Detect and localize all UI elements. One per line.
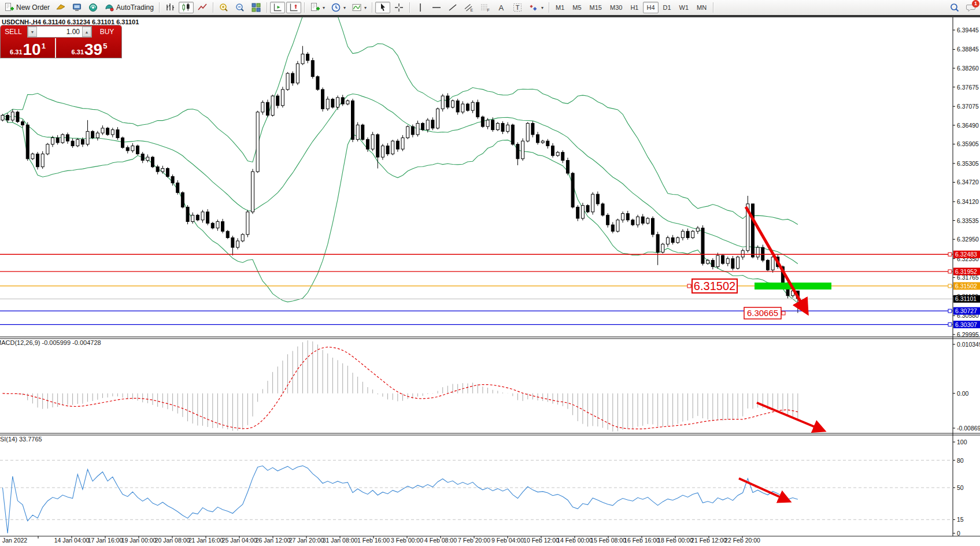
chat-button[interactable]: 1	[963, 2, 978, 13]
candle	[711, 260, 714, 266]
level-line-handle[interactable]	[948, 309, 952, 313]
rsi-axis-tick: 0	[957, 530, 960, 537]
candle-chart-button[interactable]	[179, 2, 194, 13]
timeframe-h1[interactable]: H1	[627, 2, 642, 13]
tile-windows-button[interactable]	[249, 2, 264, 13]
timeframe-mn[interactable]: MN	[693, 2, 710, 13]
time-axis-label: 27 Jan 20:00	[289, 537, 324, 544]
toolbar-separator	[549, 2, 549, 13]
zoom-in-button[interactable]	[216, 2, 231, 13]
volume-down-button[interactable]: ▼	[28, 27, 37, 37]
buy-price-display[interactable]: 6.31 39 5	[57, 38, 121, 58]
candle	[26, 125, 29, 159]
level-line-handle[interactable]	[948, 270, 952, 273]
trend-arrow-macd[interactable]	[757, 403, 823, 430]
timeframe-m1[interactable]: M1	[552, 2, 568, 13]
chart-canvas[interactable]: 6.394456.388456.382606.376756.370756.364…	[0, 16, 980, 546]
candle	[461, 104, 464, 112]
candle	[516, 144, 519, 159]
horizontal-line-button[interactable]	[429, 2, 444, 13]
time-axis-label: 18 Feb 00:00	[657, 537, 693, 544]
trend-arrow-main[interactable]	[746, 207, 807, 312]
timeframe-w1[interactable]: W1	[676, 2, 693, 13]
metaeditor-button[interactable]	[53, 2, 68, 13]
candle	[131, 146, 134, 150]
candle	[106, 128, 109, 135]
timeframe-h4[interactable]: H4	[643, 2, 658, 13]
timeframe-m1-label: M1	[556, 4, 564, 11]
text-button[interactable]: A	[494, 2, 509, 13]
price-badge-label: 6.30307	[955, 321, 977, 328]
sell-price-display[interactable]: 6.31 10 1	[1, 38, 56, 58]
gold-tool-icon	[56, 2, 66, 13]
arrows-button[interactable]: ▾	[526, 2, 546, 13]
trendline-button[interactable]	[445, 2, 460, 13]
level-line-handle[interactable]	[948, 252, 952, 256]
indicators-button[interactable]: ▾	[308, 2, 327, 13]
price-callout-handle[interactable]	[687, 284, 691, 288]
autotrading-button[interactable]: AutoTrading	[102, 2, 156, 13]
candle	[31, 154, 34, 158]
timeframe-m30[interactable]: M30	[607, 2, 626, 13]
dropdown-caret-icon: ▾	[541, 5, 543, 10]
sell-price-pip: 1	[42, 42, 46, 50]
candle	[446, 96, 449, 107]
candle	[76, 139, 79, 146]
signals-button[interactable]	[86, 2, 101, 13]
price-axis-tick: 6.29995	[957, 331, 979, 338]
candle	[741, 251, 744, 257]
vertical-line-button[interactable]	[413, 2, 428, 13]
auto-scroll-button[interactable]	[270, 2, 285, 13]
equidistant-channel-button[interactable]: E	[461, 2, 476, 13]
boxed-t-icon: T	[512, 2, 523, 13]
macd-axis-tick: 0.010349	[957, 341, 980, 348]
timeframe-d1[interactable]: D1	[660, 2, 675, 13]
candle	[406, 127, 409, 138]
rsi-axis-tick: 15	[957, 516, 964, 523]
candle	[441, 96, 444, 109]
svg-text:E: E	[471, 8, 474, 12]
periods-button[interactable]: ▾	[328, 2, 348, 13]
candle	[121, 138, 124, 148]
zoom-out-button[interactable]	[232, 2, 247, 13]
volume-up-button[interactable]: ▲	[82, 27, 91, 37]
candle	[631, 220, 634, 225]
sell-button[interactable]: SELL	[1, 25, 26, 38]
buy-price-prefix: 6.31	[72, 49, 84, 55]
cursor-button[interactable]	[375, 2, 390, 13]
candle	[716, 255, 719, 267]
chat-icon: 1	[966, 2, 976, 13]
candle	[761, 247, 764, 260]
crosshair-button[interactable]	[391, 2, 406, 13]
sell-price-prefix: 6.31	[10, 49, 22, 55]
timeframe-m5[interactable]: M5	[569, 2, 585, 13]
candle	[341, 98, 344, 104]
new-order-button[interactable]: New Order	[2, 2, 52, 13]
templates-button[interactable]: ▾	[349, 2, 369, 13]
trend-arrow-rsi[interactable]	[739, 478, 789, 501]
toolbar-separator	[409, 2, 410, 13]
candle	[156, 167, 159, 172]
market-watch-button[interactable]	[69, 2, 84, 13]
bar-chart-button[interactable]	[162, 2, 177, 13]
chart-shift-button[interactable]	[286, 2, 301, 13]
candle	[226, 231, 229, 237]
candle	[261, 102, 264, 112]
level-line-handle[interactable]	[948, 284, 952, 288]
crosshair-icon	[394, 2, 404, 13]
rsi-axis-tick: 50	[957, 484, 964, 491]
text-label-button[interactable]: T	[510, 2, 525, 13]
time-axis-label: 14 Jan 04:00	[54, 537, 90, 544]
timeframe-m15[interactable]: M15	[586, 2, 605, 13]
search-button[interactable]	[947, 2, 962, 13]
level-line-handle[interactable]	[948, 323, 952, 326]
candle	[707, 260, 709, 263]
candle	[91, 131, 94, 138]
volume-input[interactable]: 1.00	[37, 27, 82, 37]
dropdown-caret-icon: ▾	[323, 5, 325, 10]
line-chart-button[interactable]	[195, 2, 210, 13]
price-callout-handle[interactable]	[782, 311, 785, 315]
candle	[531, 123, 534, 135]
fibonacci-button[interactable]: F	[478, 2, 493, 13]
buy-button[interactable]: BUY	[93, 25, 121, 38]
